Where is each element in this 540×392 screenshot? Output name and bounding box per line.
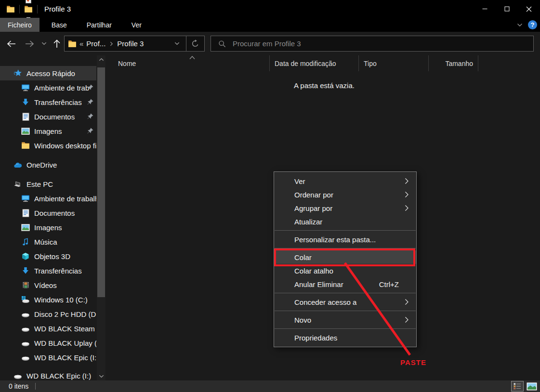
menu-item-propriedades[interactable]: Propriedades <box>274 331 416 344</box>
menu-item-ordenar-por[interactable]: Ordenar por <box>274 188 416 201</box>
menu-item-label: Propriedades <box>294 334 337 342</box>
main-area: Acesso RápidoAmbiente de trabTransferênc… <box>0 55 540 380</box>
folder-icon[interactable] <box>24 4 33 14</box>
ribbon-right-controls: ? <box>516 18 537 32</box>
scrollbar-thumb[interactable] <box>97 67 105 297</box>
film-icon <box>21 281 30 289</box>
picture-icon <box>21 223 30 232</box>
picture-icon <box>21 127 30 135</box>
context-menu: VerOrdenar porAgrupar porAtualizarPerson… <box>274 171 417 347</box>
menu-item-label: Ver <box>294 177 305 185</box>
close-button[interactable] <box>518 0 540 18</box>
menu-item-label: Ordenar por <box>294 191 333 199</box>
sidebar-item-wd-black-uplay-h[interactable]: WD BLACK Uplay (H <box>0 336 96 350</box>
sidebar-item-acesso-r-pido[interactable]: Acesso Rápido <box>0 66 96 80</box>
sidebar-gap <box>0 153 108 157</box>
sidebar-item-label: Música <box>34 238 57 246</box>
window-controls <box>474 0 540 18</box>
view-thumbnails-button[interactable] <box>526 381 538 392</box>
sidebar-item-label: Acesso Rápido <box>26 69 75 78</box>
pin-icon <box>87 127 94 134</box>
menu-item-atualizar[interactable]: Atualizar <box>274 215 416 228</box>
menu-separator <box>275 328 416 329</box>
up-button[interactable] <box>50 32 64 55</box>
sidebar-scrollbar[interactable] <box>97 55 105 380</box>
check-doc-icon[interactable] <box>24 0 33 4</box>
sidebar-item-objetos-3d[interactable]: Objetos 3D <box>0 249 96 263</box>
scroll-up-icon[interactable] <box>97 55 105 64</box>
document-icon <box>21 112 30 121</box>
submenu-arrow-icon <box>403 177 410 185</box>
sidebar-item-documentos[interactable]: Documentos <box>0 206 96 220</box>
sidebar-item-imagens[interactable]: Imagens <box>0 124 96 138</box>
tab-base[interactable]: Base <box>44 18 75 32</box>
submenu-arrow-icon <box>403 316 410 324</box>
sidebar-item-onedrive[interactable]: OneDrive <box>0 157 96 172</box>
menu-item-agrupar-por[interactable]: Agrupar por <box>274 201 416 215</box>
breadcrumb-current[interactable]: Profile 3 <box>117 39 144 48</box>
sidebar-item-transfer-ncias[interactable]: Transferências <box>0 95 96 109</box>
menu-item-conceder-acesso-a[interactable]: Conceder acesso a <box>274 295 416 309</box>
sidebar-item-ambiente-de-trabalh[interactable]: Ambiente de trabalh <box>0 191 96 206</box>
menu-item-novo[interactable]: Novo <box>274 313 416 327</box>
ribbon-tabs: FicheiroBasePartilharVer <box>0 18 154 32</box>
item-count: 0 itens <box>9 382 28 390</box>
maximize-button[interactable] <box>496 0 518 18</box>
search-input[interactable] <box>233 39 533 48</box>
minimize-button[interactable] <box>474 0 496 18</box>
menu-item-personalizar-esta-pasta[interactable]: Personalizar esta pasta... <box>274 233 416 246</box>
sidebar-item-windows-desktop-fil[interactable]: Windows desktop fil <box>0 138 96 153</box>
scroll-down-icon[interactable] <box>97 372 105 380</box>
column-header-tipo[interactable]: Tipo <box>359 55 429 71</box>
breadcrumb-overflow[interactable]: « <box>79 39 83 48</box>
back-button[interactable] <box>4 32 18 55</box>
recent-locations-button[interactable] <box>39 32 49 55</box>
search-icon <box>218 40 226 48</box>
ribbon-collapse-button[interactable] <box>516 22 523 28</box>
sidebar-item-documentos[interactable]: Documentos <box>0 109 96 124</box>
menu-item-colar[interactable]: Colar <box>274 250 416 264</box>
menu-item-colar-atalho[interactable]: Colar atalho <box>274 264 416 277</box>
address-bar[interactable]: « Prof... Profile 3 <box>64 36 205 52</box>
sidebar-item-imagens[interactable]: Imagens <box>0 220 96 235</box>
menu-item-label: Anular Eliminar <box>294 280 343 288</box>
sidebar-item-este-pc[interactable]: Este PC <box>0 177 96 191</box>
sidebar-item-m-sica[interactable]: Música <box>0 235 96 249</box>
sidebar-item-label: Vídeos <box>34 281 57 289</box>
pc-icon <box>13 180 22 188</box>
forward-button[interactable] <box>22 32 37 55</box>
address-dropdown-button[interactable] <box>168 40 186 47</box>
sidebar-item-disco-2-pc-hdd-d[interactable]: Disco 2 Pc HDD (D:) <box>0 307 96 321</box>
breadcrumb-parent[interactable]: Prof... <box>86 39 105 48</box>
drive-windows-icon <box>21 295 30 304</box>
menu-item-shortcut: Ctrl+Z <box>379 280 399 288</box>
menu-item-anular-eliminar[interactable]: Anular EliminarCtrl+Z <box>274 277 416 291</box>
sidebar-item-label: OneDrive <box>26 161 57 169</box>
navigation-bar: « Prof... Profile 3 <box>0 32 540 55</box>
sidebar-item-wd-black-epic-i[interactable]: WD BLACK Epic (I:) <box>0 350 96 365</box>
tab-partilhar[interactable]: Partilhar <box>79 18 119 32</box>
sidebar-item-windows-10-c[interactable]: Windows 10 (C:) <box>0 292 96 307</box>
view-details-button[interactable] <box>511 381 524 392</box>
menu-separator <box>275 230 416 231</box>
sidebar-item-label: WD BLACK Epic (I:) <box>34 353 96 362</box>
tab-ver[interactable]: Ver <box>124 18 149 32</box>
sidebar-gap <box>0 365 108 368</box>
refresh-button[interactable] <box>186 39 204 48</box>
sidebar-item-wd-black-steam-e[interactable]: WD BLACK Steam (E <box>0 321 96 336</box>
menu-item-ver[interactable]: Ver <box>274 174 416 188</box>
column-header-data-de-modifica-o[interactable]: Data de modificação <box>270 55 359 71</box>
breadcrumb-chevron-icon[interactable] <box>108 41 114 47</box>
menu-separator <box>275 311 416 311</box>
sidebar-item-v-deos[interactable]: Vídeos <box>0 278 96 292</box>
sidebar-item-transfer-ncias[interactable]: Transferências <box>0 263 96 278</box>
sidebar-item-label: Disco 2 Pc HDD (D:) <box>34 310 96 318</box>
tab-ficheiro[interactable]: Ficheiro <box>0 18 40 32</box>
sidebar-item-wd-black-epic-i[interactable]: WD BLACK Epic (I:) <box>0 368 96 380</box>
annotation-paste-label: PASTE <box>400 358 426 366</box>
help-button[interactable]: ? <box>528 20 537 29</box>
sidebar-item-label: Este PC <box>26 180 53 188</box>
sidebar-item-label: WD BLACK Epic (I:) <box>26 372 91 380</box>
column-header-tamanho[interactable]: Tamanho <box>429 55 478 71</box>
sidebar-item-ambiente-de-trab[interactable]: Ambiente de trab <box>0 80 96 95</box>
